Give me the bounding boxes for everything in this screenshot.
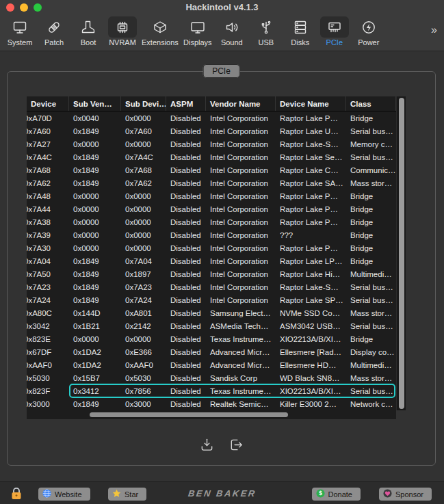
column-header[interactable]: Sub Ven…: [69, 96, 121, 111]
table-row[interactable]: 0xA70D0x00400x0000DisabledIntel Corporat…: [27, 111, 396, 124]
table-cell: 0x7A23: [121, 283, 166, 291]
table-cell: Multimedi…: [346, 270, 396, 278]
column-header[interactable]: Sub Devi…: [121, 96, 166, 111]
column-header[interactable]: Vendor Name: [206, 96, 276, 111]
table-cell: 0x5030: [121, 374, 166, 382]
pcie-panel: PCIe DeviceSub Ven…Sub Devi…ASPMVendor N…: [7, 71, 436, 466]
table-row[interactable]: 0x7A620x18490x7A62DisabledIntel Corporat…: [27, 176, 396, 189]
table-cell: Intel Corporation: [206, 192, 276, 200]
table-row[interactable]: 0xA80C0x144D0xA801DisabledSamsung Elect……: [27, 306, 396, 319]
toolbar-item-pcie[interactable]: PCIe: [319, 16, 350, 47]
table-cell: ???: [276, 231, 346, 239]
table-row[interactable]: 0x7A040x18490x7A04DisabledIntel Corporat…: [27, 254, 396, 267]
table-cell: Mass stor…: [346, 309, 396, 317]
column-header[interactable]: Device Name: [276, 96, 346, 111]
table-row[interactable]: 0x7A680x18490x7A68DisabledIntel Corporat…: [27, 163, 396, 176]
zoom-window-button[interactable]: [34, 3, 42, 12]
table-cell: Serial bus…: [346, 127, 396, 135]
table-cell: 0x7A24: [121, 296, 166, 304]
table-row[interactable]: 0x30000x18490x3000DisabledRealtek Semic……: [27, 397, 396, 410]
donate-button[interactable]: $ Donate: [312, 488, 361, 501]
table-cell: Raptor Lake P…: [276, 205, 346, 213]
toolbar-item-boot[interactable]: Boot: [73, 16, 103, 47]
donate-dollar-icon: $: [316, 489, 325, 499]
boot-icon: [74, 16, 103, 38]
website-button[interactable]: Website: [38, 488, 90, 501]
table-cell: 0x7A4C: [121, 153, 166, 161]
table-row[interactable]: 0x7A300x00000x0000DisabledIntel Corporat…: [27, 241, 396, 254]
table-cell: 0x1B21: [69, 322, 121, 330]
table-cell: 0x0000: [69, 192, 121, 200]
toolbar-item-label: System: [8, 38, 33, 47]
table-cell: Communic…: [346, 166, 396, 174]
minimize-window-button[interactable]: [20, 3, 28, 12]
table-row[interactable]: 0x7A4C0x18490x7A4CDisabledIntel Corporat…: [27, 150, 396, 163]
table-row[interactable]: 0x7A240x18490x7A24DisabledIntel Corporat…: [27, 293, 396, 306]
table-row[interactable]: 0x30420x1B210x2142DisabledASMedia Tech…A…: [27, 319, 396, 332]
table-row[interactable]: 0x823F0x34120x7856DisabledTexas Instrume…: [27, 384, 396, 397]
toolbar-item-sound[interactable]: Sound: [217, 16, 247, 47]
table-row[interactable]: 0x7A440x00000x0000DisabledIntel Corporat…: [27, 202, 396, 215]
table-cell: 0xA70D: [27, 114, 69, 122]
sponsor-button[interactable]: Sponsor: [379, 488, 432, 501]
toolbar-item-patch[interactable]: Patch: [39, 16, 69, 47]
table-row[interactable]: 0x7A270x00000x0000DisabledIntel Corporat…: [27, 137, 396, 150]
table-cell: Mass stor…: [346, 374, 396, 382]
toolbar-item-usb[interactable]: USB: [251, 16, 281, 47]
vertical-scrollbar-thumb[interactable]: [399, 98, 404, 409]
table-cell: Serial bus…: [346, 296, 396, 304]
table-row[interactable]: 0x7A600x18490x7A60DisabledIntel Corporat…: [27, 124, 396, 137]
download-button[interactable]: [199, 437, 215, 453]
table-cell: 0x1849: [69, 296, 121, 304]
table-cell: Disabled: [166, 400, 206, 408]
table-row[interactable]: 0x7A480x00000x0000DisabledIntel Corporat…: [27, 189, 396, 202]
table-row[interactable]: 0x7A390x00000x0000DisabledIntel Corporat…: [27, 228, 396, 241]
website-button-label: Website: [55, 490, 82, 499]
table-cell: Texas Instrume…: [206, 335, 276, 343]
table-cell: Disabled: [166, 166, 206, 174]
table-cell: 0x1849: [69, 127, 121, 135]
toolbar-item-extensions[interactable]: Extensions: [142, 16, 179, 47]
table-cell: Intel Corporation: [206, 296, 276, 304]
horizontal-scrollbar[interactable]: [27, 410, 396, 419]
table-row[interactable]: 0x67DF0x1DA20xE366DisabledAdvanced Micr……: [27, 345, 396, 358]
close-window-button[interactable]: [6, 3, 14, 12]
table-cell: Intel Corporation: [206, 218, 276, 226]
tab-pcie[interactable]: PCIe: [203, 64, 240, 78]
toolbar-item-displays[interactable]: Displays: [183, 16, 213, 47]
toolbar-item-disks[interactable]: Disks: [285, 16, 315, 47]
table-cell: Serial bus…: [346, 387, 396, 395]
table-cell: Disabled: [166, 322, 206, 330]
table-cell: 0x7A38: [27, 218, 69, 226]
column-header[interactable]: ASPM: [166, 96, 206, 111]
pcie-icon: [320, 16, 349, 38]
toolbar-item-nvram[interactable]: NVRAM: [107, 16, 138, 47]
table-cell: WD Black SN8…: [276, 374, 346, 382]
toolbar-item-power[interactable]: Power: [354, 16, 384, 47]
table-cell: Raptor Lake-S…: [276, 140, 346, 148]
table-row[interactable]: 0x823E0x00000x0000DisabledTexas Instrume…: [27, 332, 396, 345]
table-cell: Realtek Semic…: [206, 400, 276, 408]
table-row[interactable]: 0x7A230x18490x7A23DisabledIntel Corporat…: [27, 280, 396, 293]
toolbar-overflow-chevron-icon[interactable]: »: [431, 24, 441, 43]
table-cell: 0x0000: [69, 140, 121, 148]
vertical-scrollbar[interactable]: [396, 96, 406, 410]
table-cell: Disabled: [166, 179, 206, 187]
table-row[interactable]: 0x7A500x18490x1897DisabledIntel Corporat…: [27, 267, 396, 280]
table-row[interactable]: 0x7A380x00000x0000DisabledIntel Corporat…: [27, 215, 396, 228]
column-header[interactable]: Class: [346, 96, 396, 111]
heart-icon: [383, 489, 392, 499]
table-cell: 0x0000: [69, 335, 121, 343]
table-row[interactable]: 0x50300x15B70x5030DisabledSandisk CorpWD…: [27, 371, 396, 384]
toolbar-item-system[interactable]: System: [5, 16, 35, 47]
horizontal-scrollbar-thumb[interactable]: [90, 412, 288, 417]
table-actions: [199, 437, 244, 453]
column-header[interactable]: Device: [27, 96, 69, 111]
table-row[interactable]: 0xAAF00x1DA20xAAF0DisabledAdvanced Micr……: [27, 358, 396, 371]
star-button[interactable]: Star: [108, 488, 146, 501]
lock-icon[interactable]: [11, 487, 22, 503]
sponsor-button-label: Sponsor: [395, 490, 423, 499]
export-button[interactable]: [228, 437, 244, 453]
disks-icon: [286, 16, 315, 38]
system-icon: [5, 16, 34, 38]
